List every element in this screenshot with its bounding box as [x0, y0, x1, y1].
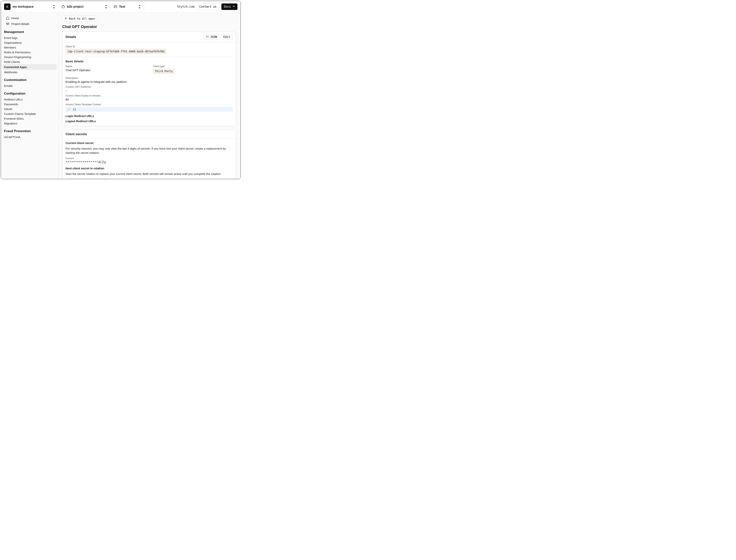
edit-button[interactable]: Edit [221, 34, 233, 40]
sidebar-item-webhooks[interactable]: Webhooks [4, 70, 55, 75]
sidebar-project-details-label: Project details [11, 22, 29, 26]
token-template-label: Access Token Template Content [66, 103, 233, 106]
svg-rect-1 [114, 6, 117, 8]
json-label: JSON [210, 35, 217, 39]
next-secret-desc: Start the secret rotation to replace you… [66, 172, 233, 176]
arrow-right-icon [232, 5, 235, 8]
briefcase-icon [62, 5, 65, 8]
project-switcher[interactable]: b2b project [58, 1, 111, 12]
home-icon [6, 16, 9, 20]
svg-rect-0 [62, 6, 65, 8]
sidebar-item-emails[interactable]: Emails [4, 83, 55, 88]
code-icon [206, 35, 209, 39]
sidebar-item-custom-claims-template[interactable]: Custom Claims Template [4, 111, 55, 116]
current-secret-label: Current [66, 157, 233, 160]
chevron-up-down-icon [138, 5, 141, 8]
stytch-link[interactable]: Stytch.com [177, 5, 194, 8]
window-icon [114, 5, 117, 8]
svg-point-7 [6, 23, 7, 24]
token-expiry-value: 60 [66, 98, 233, 101]
details-header: Details [66, 35, 204, 39]
next-secret-header: Next client secret in rotation [66, 167, 233, 170]
login-redirect-header: Login Redirect URLs [66, 114, 233, 118]
sidebar-item-recaptcha[interactable]: reCAPTCHA [4, 135, 55, 139]
line-number: 1 [66, 107, 71, 112]
chevron-up-down-icon [105, 5, 107, 8]
arrow-left-icon [65, 17, 67, 20]
sidebar-item-frontend-sdks[interactable]: Frontend SDKs [4, 116, 55, 121]
client-id-value[interactable]: idp-client-test-staging-6ffefdd4-ff01-46… [66, 49, 166, 54]
workspace-badge: m [4, 3, 11, 10]
environment-switcher[interactable]: Test [111, 1, 144, 12]
sidebar-home[interactable]: Home [4, 15, 55, 21]
sidebar-item-passwords[interactable]: Passwords [4, 102, 55, 107]
sidebar-item-m2m-clients[interactable]: M2M Clients [4, 59, 55, 64]
jwt-audience-value: – [66, 89, 233, 92]
sidebar-item-device-fingerprinting[interactable]: Device Fingerprinting [4, 55, 55, 59]
token-template-content: {} [71, 107, 78, 112]
page-title: Chat GPT Operator [62, 25, 236, 29]
sidebar-item-redirect-urls[interactable]: Redirect URLs [4, 97, 55, 102]
logout-redirect-header: Logout Redirect URLs [66, 119, 233, 123]
divider [66, 57, 233, 57]
sidebar-section-title: Fraud Prevention [4, 129, 55, 133]
description-label: Description [66, 77, 233, 79]
token-expiry-label: Access Token Expiry in minutes [66, 94, 233, 97]
workspace-name: my workspace [12, 5, 51, 8]
client-id-label: Client ID [66, 45, 233, 48]
sidebar: Home Project details ManagementEvent log… [1, 12, 58, 179]
jwt-audience-label: Custom JWT Audience [66, 85, 233, 88]
sidebar-item-organizations[interactable]: Organizations [4, 40, 55, 45]
project-name: b2b project [67, 5, 103, 8]
sidebar-project-details[interactable]: Project details [4, 21, 55, 27]
current-secret-desc: For security reasons, you may only view … [66, 147, 233, 155]
sidebar-home-label: Home [11, 16, 19, 20]
docs-label: Docs [224, 5, 231, 8]
topbar: m my workspace b2b project Test Stytch.c… [1, 1, 241, 12]
basic-details-header: Basic Details [66, 60, 233, 63]
client-secrets-card: Client secrets Current client secret For… [62, 130, 236, 179]
main-content: Back to all apps Chat GPT Operator Detai… [58, 12, 241, 179]
contact-us-button[interactable]: Contact us [197, 3, 219, 10]
sidebar-item-oauth[interactable]: OAuth [4, 107, 55, 111]
client-type-label: Client type [153, 65, 233, 68]
sidebar-item-members[interactable]: Members [4, 45, 55, 50]
sidebar-section-title: Customization [4, 78, 55, 82]
current-secret-header: Current client secret [66, 141, 233, 145]
sidebar-item-roles-permissions[interactable]: Roles & Permissions [4, 50, 55, 55]
sidebar-item-connected-apps[interactable]: Connected Apps [2, 64, 57, 70]
sliders-icon [6, 22, 9, 26]
topbar-right: Stytch.com Contact us Docs [174, 1, 241, 12]
json-button[interactable]: JSON [204, 34, 219, 40]
workspace-switcher[interactable]: m my workspace [1, 1, 58, 12]
back-to-apps-button[interactable]: Back to all apps [62, 16, 97, 21]
name-label: Name [66, 65, 145, 68]
start-secret-rotation-button[interactable]: Start secret rotation [66, 179, 111, 179]
svg-point-8 [7, 24, 8, 25]
back-label: Back to all apps [69, 17, 95, 20]
token-template-editor[interactable]: 1 {} [66, 107, 233, 112]
client-secrets-header: Client secrets [66, 132, 233, 136]
sidebar-section-title: Management [4, 30, 55, 34]
environment-name: Test [119, 5, 136, 8]
docs-button[interactable]: Docs [221, 3, 238, 10]
chevron-up-down-icon [53, 5, 55, 8]
name-value: Chat GPT Operator [66, 68, 145, 72]
sidebar-item-event-logs[interactable]: Event logs [4, 35, 55, 40]
sidebar-section-title: Configuration [4, 92, 55, 96]
client-type-value: Third Party [153, 68, 175, 74]
details-card: Details JSON Edit Client ID idp-client-t… [62, 32, 236, 126]
sidebar-item-migrations[interactable]: Migrations [4, 121, 55, 126]
current-secret-value: *****************4CZq [66, 161, 233, 164]
svg-point-9 [8, 23, 9, 23]
description-value: Enabling AI agents to integrate with our… [66, 80, 233, 83]
